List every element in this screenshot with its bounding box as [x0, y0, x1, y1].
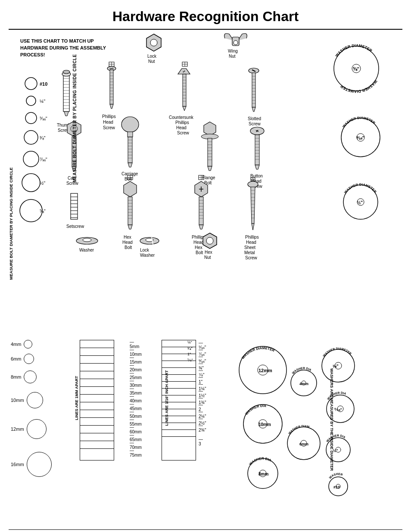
size-16mm: 16mm [11, 452, 62, 477]
svg-point-82 [234, 40, 238, 45]
svg-text:Head: Head [103, 120, 113, 124]
svg-point-57 [150, 39, 157, 46]
size-label-12mm: 12mm [11, 426, 24, 432]
circle-10mm [27, 392, 43, 408]
size-label-4mm: 4mm [11, 342, 21, 347]
svg-text:WASHER DIA: WASHER DIA [249, 457, 272, 466]
svg-text:Head: Head [246, 240, 256, 245]
svg-text:12mm: 12mm [258, 368, 272, 373]
svg-text:⁹⁄₁₆": ⁹⁄₁₆" [356, 136, 364, 140]
inch-ruler: LINES ARE 1/16" INCH APART ¼" ³⁄₄" 1" ⁵⁄… [149, 340, 218, 460]
svg-text:Hex: Hex [195, 245, 202, 250]
svg-text:Setscrew: Setscrew [66, 224, 84, 229]
svg-text:Screw: Screw [249, 121, 261, 126]
svg-text:³⁄₈": ³⁄₈" [40, 135, 46, 140]
svg-text:¼": ¼" [40, 99, 45, 104]
svg-text:Head: Head [193, 240, 204, 245]
size-label-8mm: 8mm [11, 374, 21, 380]
svg-text:Lock: Lock [140, 248, 149, 252]
svg-point-8 [25, 112, 37, 124]
svg-text:#10: #10 [40, 81, 47, 87]
svg-text:WASHER DIAMETER: WASHER DIAMETER [342, 116, 376, 128]
circle-4mm [24, 340, 32, 348]
svg-point-6 [26, 96, 36, 106]
svg-text:Lock: Lock [147, 54, 157, 59]
svg-text:#10: #10 [333, 485, 340, 489]
svg-text:Washer: Washer [140, 253, 155, 258]
svg-text:Metal: Metal [244, 250, 255, 255]
svg-text:WASHER DIAMETER: WASHER DIAMETER [343, 183, 377, 194]
svg-text:WASHER DIAMETER: WASHER DIAMETER [334, 44, 373, 58]
svg-text:Flange: Flange [202, 175, 215, 180]
svg-point-12 [23, 151, 39, 167]
svg-text:Slotted: Slotted [248, 116, 261, 121]
size-label-16mm: 16mm [11, 462, 24, 467]
mm-ruler-label: LINES ARE 1MM APART [75, 376, 79, 420]
svg-text:Bolt: Bolt [196, 250, 203, 255]
svg-text:⁵⁄₁₆": ⁵⁄₁₆" [40, 116, 47, 121]
svg-point-213 [248, 181, 258, 187]
svg-text:Wing: Wing [228, 49, 238, 53]
svg-point-242 [206, 237, 213, 244]
washer-bottom-right: WASHERS ARE MEASURED BY THE INSIDE DIAME… [230, 340, 377, 505]
svg-text:WASHER DIAMETER: WASHER DIAMETER [241, 346, 275, 360]
measurement-section: 4mm 6mm 8mm 10mm 12mm 16mm [6, 340, 405, 505]
size-label-6mm: 6mm [11, 356, 21, 361]
svg-rect-66 [183, 74, 186, 106]
svg-text:Screw: Screw [177, 131, 190, 135]
svg-text:Screw: Screw [245, 255, 258, 260]
svg-text:4mm: 4mm [299, 382, 308, 386]
svg-text:Phillips: Phillips [245, 235, 259, 240]
svg-text:WASHER DIAM: WASHER DIAM [288, 424, 310, 435]
svg-text:WASHER DIAMETER: WASHER DIAMETER [322, 347, 352, 357]
svg-text:Nut: Nut [204, 255, 211, 260]
washer-bottom-circles: 12mm WASHER DIAMETER 10mm WASHER DIA 8mm… [230, 340, 377, 504]
size-8mm: 8mm [11, 370, 62, 383]
svg-text:Hex: Hex [124, 235, 131, 240]
svg-point-14 [22, 174, 40, 192]
svg-text:½": ½" [357, 200, 363, 205]
svg-rect-41 [110, 70, 113, 104]
svg-text:⁷⁄₁₆": ⁷⁄₁₆" [40, 157, 47, 162]
svg-marker-187 [128, 225, 132, 229]
svg-text:⁵⁄₈": ⁵⁄₈" [353, 66, 359, 72]
page-title: Hardware Recognition Chart [0, 0, 411, 29]
svg-rect-166 [71, 193, 78, 219]
svg-text:Head: Head [122, 240, 133, 245]
svg-point-234 [83, 238, 91, 242]
washer-diameter-label: WASHERS ARE MEASURED BY THE INSIDE DIAME… [330, 359, 334, 480]
svg-marker-205 [199, 225, 203, 229]
ruler-75mm: — 75mm [130, 448, 142, 457]
svg-marker-98 [252, 107, 255, 112]
svg-point-10 [24, 131, 38, 144]
svg-text:Phillips: Phillips [102, 114, 116, 119]
svg-point-16 [20, 199, 42, 222]
svg-text:MEASURE BOLT DIAMETER BY PLACI: MEASURE BOLT DIAMETER BY PLACING INSIDE … [9, 168, 13, 280]
svg-rect-87 [252, 73, 255, 107]
svg-text:⁵⁄₁₆": ⁵⁄₁₆" [334, 408, 342, 412]
svg-marker-130 [128, 163, 132, 167]
svg-text:Sheet: Sheet [244, 245, 255, 250]
svg-rect-179 [128, 197, 132, 225]
svg-text:Countersunk: Countersunk [169, 115, 194, 120]
size-label-10mm: 10mm [11, 398, 24, 403]
svg-marker-223 [252, 224, 254, 230]
svg-text:WASHER DIA: WASHER DIA [291, 367, 312, 375]
svg-text:USE THIS CHART TO MATCH UP: USE THIS CHART TO MATCH UP [20, 38, 94, 44]
svg-text:Phillips: Phillips [175, 120, 189, 125]
svg-text:WASHER DIAMETER: WASHER DIAMETER [339, 79, 378, 94]
circle-6mm [24, 354, 34, 364]
mm-ruler: LINES ARE 1MM APART — 5mm — 10mm — 15mm … [67, 340, 123, 460]
svg-marker-175 [124, 181, 137, 197]
svg-point-120 [121, 117, 139, 132]
footer: -20- G0501 Sliding Table Saw [0, 530, 411, 532]
svg-text:½": ½" [40, 180, 45, 186]
svg-text:6mm: 6mm [299, 442, 308, 446]
svg-text:WASHER DIA: WASHER DIA [244, 404, 266, 416]
svg-rect-197 [199, 197, 203, 225]
svg-rect-135 [208, 138, 212, 166]
svg-text:Head: Head [176, 125, 187, 130]
svg-text:Nut: Nut [148, 59, 155, 64]
svg-point-4 [25, 78, 37, 90]
size-6mm: 6mm [11, 354, 62, 364]
